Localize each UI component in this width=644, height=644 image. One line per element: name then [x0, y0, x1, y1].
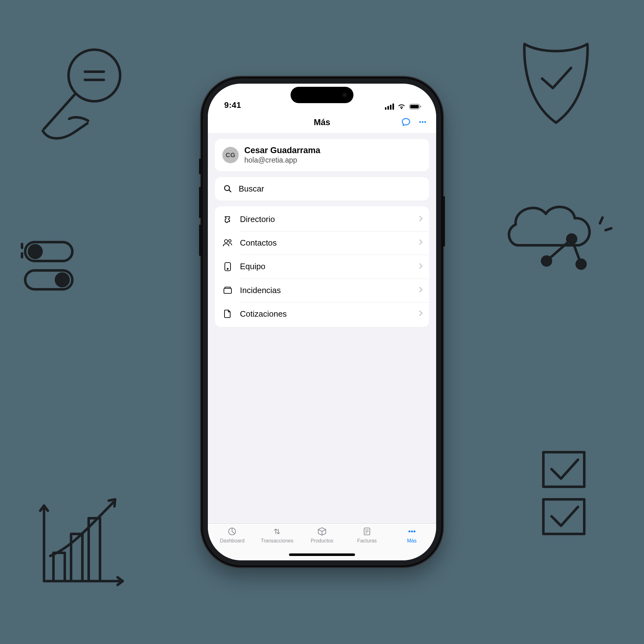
svg-point-24 [414, 530, 415, 532]
tab-label: Transacciones [261, 538, 293, 544]
svg-point-11 [419, 121, 421, 123]
search-row[interactable]: Buscar [215, 177, 429, 201]
svg-point-14 [225, 186, 230, 191]
tab-mas[interactable]: Más [389, 526, 434, 560]
svg-point-22 [408, 530, 410, 532]
document-icon [222, 309, 233, 319]
svg-point-12 [422, 121, 423, 123]
menu-item-incidencias[interactable]: Incidencias [215, 279, 429, 302]
tab-label: Productos [311, 538, 333, 544]
menu-item-label: Equipo [240, 262, 412, 271]
screen: 9:41 Más [208, 84, 436, 560]
more-icon[interactable] [417, 117, 428, 129]
profile-card[interactable]: CG Cesar Guadarrama hola@cretia.app [215, 139, 429, 171]
nav-header: Más [208, 112, 436, 133]
tab-bar: Dashboard Transacciones Productos Factur… [208, 523, 436, 560]
menu-item-label: Cotizaciones [240, 309, 412, 319]
tab-label: Más [407, 538, 416, 544]
status-icons [385, 103, 422, 110]
svg-rect-9 [410, 105, 419, 108]
avatar: CG [222, 147, 239, 163]
svg-point-4 [56, 274, 69, 286]
transfer-icon [272, 526, 282, 537]
profile-email: hola@cretia.app [244, 156, 320, 164]
inbox-icon [222, 286, 233, 294]
profile-name: Cesar Guadarrama [244, 146, 320, 155]
svg-rect-10 [420, 106, 421, 108]
people-icon [222, 238, 233, 247]
menu-item-label: Incidencias [240, 286, 412, 295]
chevron-right-icon [419, 215, 423, 223]
svg-point-16 [229, 240, 231, 242]
menu-item-cotizaciones[interactable]: Cotizaciones [215, 302, 429, 326]
box-icon [317, 526, 327, 537]
cellular-icon [385, 103, 394, 110]
doodle-chart [22, 487, 135, 600]
phone-frame: 9:41 Más [201, 77, 443, 567]
chevron-right-icon [419, 239, 423, 247]
doodle-cloud [499, 195, 613, 283]
svg-point-13 [424, 121, 426, 123]
tab-label: Dashboard [220, 538, 244, 544]
home-indicator[interactable] [289, 553, 355, 556]
chat-icon[interactable] [401, 117, 411, 128]
menu-item-directorio[interactable]: Directorio [215, 208, 429, 231]
menu-item-equipo[interactable]: Equipo [215, 255, 429, 279]
page-title: Más [314, 118, 330, 127]
menu-item-label: Directorio [240, 214, 412, 224]
chevron-right-icon [419, 310, 423, 318]
receipt-icon [362, 526, 372, 537]
svg-rect-19 [224, 288, 231, 293]
puzzle-icon [222, 214, 233, 224]
tab-dashboard[interactable]: Dashboard [210, 526, 255, 560]
status-time: 9:41 [224, 100, 241, 110]
wifi-icon [397, 103, 406, 110]
ellipsis-icon [407, 526, 417, 537]
doodle-toggles [13, 233, 82, 296]
menu-item-label: Contactos [240, 238, 412, 248]
pie-icon [227, 526, 237, 537]
doodle-checks [534, 443, 597, 543]
battery-icon [409, 103, 422, 110]
chevron-right-icon [419, 286, 423, 294]
dynamic-island [291, 87, 353, 103]
svg-point-18 [227, 268, 228, 269]
svg-point-0 [69, 50, 120, 101]
device-icon [222, 262, 233, 272]
menu-list: Directorio Contactos Equipo [215, 206, 429, 327]
menu-item-contactos[interactable]: Contactos [215, 231, 429, 255]
svg-point-15 [225, 240, 228, 243]
search-icon [222, 184, 233, 193]
content: CG Cesar Guadarrama hola@cretia.app Busc… [208, 133, 436, 523]
chevron-right-icon [419, 263, 423, 271]
svg-point-2 [29, 245, 42, 258]
doodle-shield [512, 25, 600, 132]
search-placeholder: Buscar [239, 184, 264, 194]
tab-label: Facturas [357, 538, 377, 544]
svg-point-23 [411, 530, 413, 532]
doodle-magnifier [22, 38, 142, 157]
